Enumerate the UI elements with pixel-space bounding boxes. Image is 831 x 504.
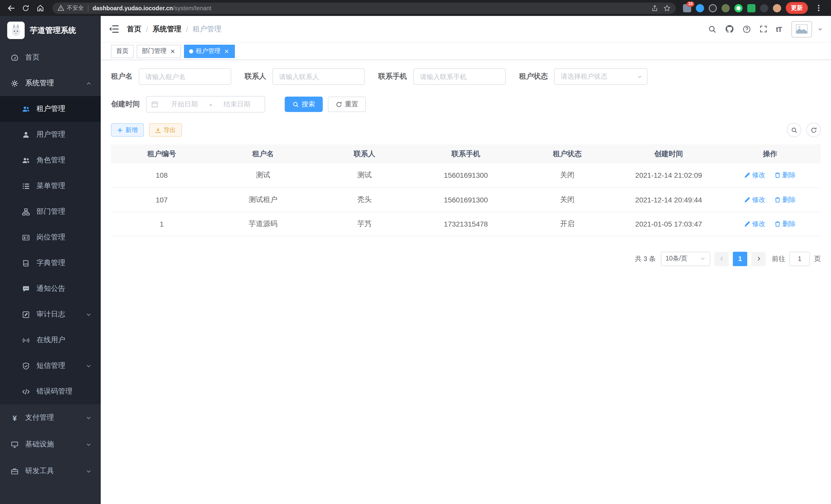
contact-input[interactable] [273, 68, 365, 85]
sidebar-item-role[interactable]: 角色管理 [0, 147, 101, 173]
cell-actions: 修改 删除 [719, 212, 821, 236]
sidebar-item-infrastructure[interactable]: 基础设施 [0, 431, 101, 458]
active-tab-dot [189, 49, 193, 53]
create-time-label: 创建时间 [111, 100, 140, 109]
goto-page-input[interactable] [790, 251, 810, 266]
browser-chrome: 不安全 dashboard.yudao.iocoder.cn/system/te… [0, 0, 831, 16]
start-date-placeholder[interactable]: 开始日期 [161, 100, 208, 109]
col-phone: 联系手机 [415, 144, 517, 164]
col-contact: 联系人 [314, 144, 415, 164]
goto-label: 前往 [772, 254, 785, 263]
close-icon[interactable] [169, 48, 176, 55]
breadcrumb-home[interactable]: 首页 [127, 24, 141, 34]
delete-button[interactable]: 删除 [775, 171, 796, 180]
back-icon[interactable] [5, 2, 18, 14]
breadcrumb-system[interactable]: 系统管理 [153, 24, 181, 34]
font-size-icon[interactable]: tT [776, 25, 782, 33]
chevron-down-icon[interactable] [818, 26, 823, 32]
chevron-up-icon [86, 80, 91, 86]
add-button[interactable]: 新增 [111, 123, 144, 137]
close-icon[interactable] [223, 48, 230, 55]
collapse-sidebar-icon[interactable] [109, 25, 119, 33]
audit-log-icon [22, 310, 30, 318]
sidebar-item-pay[interactable]: ¥ 支付管理 [0, 404, 101, 431]
help-icon[interactable] [743, 25, 751, 33]
cell-name: 芋道源码 [212, 212, 314, 236]
extension-icon[interactable]: 10 [683, 4, 691, 12]
tenant-status-select[interactable]: 请选择租户状态 [554, 68, 648, 85]
system-submenu: 租户管理 用户管理 角色管理 菜单管理 [0, 96, 101, 404]
share-icon[interactable] [651, 4, 658, 11]
table-row: 107 测试租户 秃头 15601691300 关闭 2021-12-14 20… [111, 187, 821, 212]
extension-icon[interactable] [735, 4, 743, 12]
sidebar-item-sms[interactable]: 短信管理 [0, 353, 101, 379]
tab-dept[interactable]: 部门管理 [137, 45, 181, 58]
tenant-name-input[interactable] [139, 68, 231, 85]
home-icon[interactable] [34, 2, 46, 14]
sidebar-item-user[interactable]: 用户管理 [0, 122, 101, 147]
sidebar-item-dict[interactable]: 字典管理 [0, 250, 101, 276]
browser-menu-icon[interactable] [812, 2, 825, 14]
extension-icon[interactable] [747, 4, 755, 12]
edit-button[interactable]: 修改 [744, 171, 766, 180]
extension-icon[interactable] [721, 4, 730, 12]
toggle-search-button[interactable] [787, 123, 801, 137]
edit-button[interactable]: 修改 [744, 219, 766, 228]
extension-icon[interactable] [760, 4, 768, 12]
filter-row-2: 创建时间 开始日期 - 结束日期 搜索 重置 [111, 96, 821, 113]
sidebar-item-tenant[interactable]: 租户管理 [0, 96, 101, 122]
delete-button[interactable]: 删除 [775, 195, 796, 204]
reload-icon[interactable] [20, 2, 32, 14]
profile-avatar[interactable] [773, 4, 781, 12]
phone-input[interactable] [413, 68, 506, 85]
delete-button[interactable]: 删除 [775, 219, 796, 228]
address-bar[interactable]: 不安全 dashboard.yudao.iocoder.cn/system/te… [52, 2, 676, 13]
extension-badge: 10 [687, 1, 694, 6]
app-header: 首页 / 系统管理 / 租户管理 tT [101, 16, 831, 42]
update-button[interactable]: 更新 [786, 2, 808, 14]
table-row: 108 测试 测试 15601691300 关闭 2021-12-14 21:0… [111, 164, 821, 187]
refresh-button[interactable] [806, 123, 821, 137]
chevron-down-icon [86, 415, 91, 420]
search-button[interactable]: 搜索 [285, 97, 323, 112]
chevron-down-icon [86, 363, 91, 368]
sidebar-item-audit-log[interactable]: 审计日志 [0, 302, 101, 327]
roles-icon [22, 156, 30, 164]
search-icon[interactable] [708, 25, 716, 33]
bookmark-star-icon[interactable] [663, 4, 671, 11]
screen: 不安全 dashboard.yudao.iocoder.cn/system/te… [0, 0, 831, 504]
cell-phone: 17321315478 [415, 212, 517, 236]
page-size-select[interactable]: 10条/页 [661, 251, 710, 266]
extension-icon[interactable] [696, 4, 704, 12]
edit-button[interactable]: 修改 [744, 195, 766, 204]
prev-page-button[interactable] [714, 251, 729, 266]
page-1-button[interactable]: 1 [733, 251, 747, 266]
cell-status: 关闭 [516, 164, 618, 187]
tab-tenant[interactable]: 租户管理 [184, 45, 235, 58]
pagination-total: 共 3 条 [635, 254, 656, 263]
date-range-picker[interactable]: 开始日期 - 结束日期 [146, 96, 265, 113]
end-date-placeholder[interactable]: 结束日期 [214, 100, 260, 109]
sidebar-item-dev-tools[interactable]: 研发工具 [0, 458, 101, 484]
export-button[interactable]: 导出 [149, 123, 182, 137]
sidebar-item-home[interactable]: 首页 [0, 45, 101, 70]
next-page-button[interactable] [751, 251, 766, 266]
tab-home[interactable]: 首页 [111, 45, 134, 58]
sidebar-item-error-code[interactable]: 错误码管理 [0, 379, 101, 404]
sidebar-item-notice[interactable]: 通知公告 [0, 276, 101, 302]
reset-button[interactable]: 重置 [328, 97, 366, 112]
sidebar-item-post[interactable]: 岗位管理 [0, 225, 101, 250]
cell-status: 开启 [516, 212, 618, 236]
cell-contact: 测试 [314, 164, 415, 187]
tenant-table: 租户编号 租户名 联系人 联系手机 租户状态 创建时间 操作 108 测试 [111, 144, 821, 236]
github-icon[interactable] [725, 25, 734, 33]
extension-icon[interactable] [709, 4, 717, 12]
avatar[interactable] [792, 21, 812, 37]
pagination: 共 3 条 10条/页 1 前往 页 [111, 251, 821, 266]
sidebar-item-online-users[interactable]: 在线用户 [0, 327, 101, 353]
fullscreen-icon[interactable] [760, 25, 767, 33]
sidebar-item-system[interactable]: 系统管理 [0, 70, 101, 96]
chevron-down-icon [637, 74, 642, 79]
sidebar-item-dept[interactable]: 部门管理 [0, 199, 101, 225]
sidebar-item-menu[interactable]: 菜单管理 [0, 173, 101, 199]
